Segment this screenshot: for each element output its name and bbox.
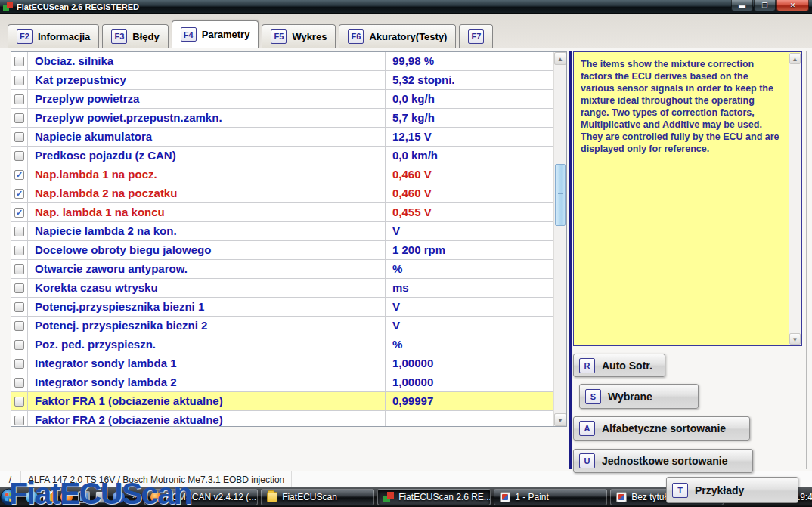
tab-parametry[interactable]: F4 Parametry <box>172 20 259 48</box>
row-checkbox[interactable]: ✓ <box>14 189 24 199</box>
jednostkowe-sortowanie-button[interactable]: U Jednostkowe sortowanie <box>573 449 753 473</box>
parameter-value: 5,7 kg/h <box>386 109 553 127</box>
restore-button[interactable]: ❐ <box>754 0 776 11</box>
row-checkbox[interactable] <box>14 246 24 255</box>
row-checkbox[interactable] <box>14 113 24 123</box>
parameter-name: Faktor FRA 1 (obciazenie aktualne) <box>28 392 386 410</box>
tab-label: Parametry <box>202 29 250 40</box>
checkbox-cell <box>11 90 28 108</box>
checkbox-cell <box>11 241 28 259</box>
table-row[interactable]: Przeplyw powietrza 0,0 kg/h <box>11 90 553 109</box>
row-checkbox[interactable] <box>14 359 24 369</box>
checkbox-cell <box>11 411 28 427</box>
row-checkbox[interactable] <box>14 76 24 85</box>
row-checkbox[interactable] <box>14 416 24 425</box>
table-row[interactable]: Obciaz. silnika 99,98 % <box>11 52 553 71</box>
info-scrollbar[interactable]: ▲ ▼ <box>789 53 801 345</box>
parameter-value: 1,00000 <box>386 373 553 391</box>
row-checkbox[interactable] <box>14 283 24 293</box>
row-checkbox[interactable] <box>14 378 24 388</box>
parameter-name: Nap.lambda 1 na pocz. <box>28 165 386 184</box>
table-row[interactable]: Potencj.przyspiesznika biezni 1 V <box>11 298 553 317</box>
app-icon <box>3 2 13 11</box>
taskbar-button[interactable]: FiatECUScan <box>261 489 374 505</box>
table-row[interactable]: Integrator sondy lambda 1 1,00000 <box>11 354 553 373</box>
row-checkbox[interactable] <box>14 340 24 350</box>
minimize-button[interactable]: ▬ <box>731 0 753 11</box>
alfabetyczne-sortowanie-button[interactable]: A Alfabetyczne sortowanie <box>573 416 750 441</box>
parameter-name: Potencj. przyspiesznika biezni 2 <box>28 317 386 335</box>
row-checkbox[interactable] <box>14 321 24 331</box>
fkey-badge: F2 <box>17 29 33 44</box>
tab-bledy[interactable]: F3 Błędy <box>102 24 168 48</box>
tab-label: Informacjia <box>38 31 90 42</box>
table-row[interactable]: Napiecie lambda 2 na kon. V <box>11 222 553 241</box>
checkbox-cell <box>11 109 28 127</box>
parameter-name: Docelowe obroty biegu jalowego <box>28 241 386 259</box>
wybrane-button[interactable]: S Wybrane <box>579 384 699 409</box>
table-row[interactable]: Faktor FRA 1 (obciazenie aktualne) 0,999… <box>11 392 553 411</box>
checkbox-cell <box>11 52 28 70</box>
fkey-badge: F6 <box>348 29 364 44</box>
table-row[interactable]: Otwarcie zaworu antyparow. % <box>11 260 553 279</box>
row-checkbox[interactable] <box>14 151 24 161</box>
table-row[interactable]: ✓ Nap.lambda 2 na poczatku 0,460 V <box>11 184 553 203</box>
table-row[interactable]: Potencj. przyspiesznika biezni 2 V <box>11 317 553 335</box>
taskbar-button[interactable]: 1 - Paint <box>494 489 607 505</box>
parameter-info-box: The items show the mixture correction fa… <box>573 51 802 346</box>
tab-wykres[interactable]: F5 Wykres <box>262 24 336 48</box>
scroll-up-icon[interactable]: ▲ <box>554 52 566 65</box>
table-row[interactable]: ✓ Nap. lambda 1 na koncu 0,455 V <box>11 203 553 222</box>
tab-f7[interactable]: F7 <box>459 24 493 48</box>
tab-akuratory[interactable]: F6 Akuratory(Testy) <box>339 24 456 48</box>
scroll-down-icon[interactable]: ▼ <box>789 333 801 345</box>
tab-label: Błędy <box>132 31 159 42</box>
scrollbar-thumb[interactable] <box>555 164 566 226</box>
table-row[interactable]: Integrator sondy lambda 2 1,00000 <box>11 373 553 392</box>
fkey-badge: U <box>579 453 595 468</box>
row-checkbox[interactable] <box>14 132 24 142</box>
scroll-up-icon[interactable]: ▲ <box>789 53 801 64</box>
parameter-value: 12,15 V <box>386 128 553 146</box>
parameter-value: 0,455 V <box>386 203 553 221</box>
parameter-name: Napiecie akumulatora <box>28 128 386 146</box>
taskbar-button-label: FiatECUScan 2.6 RE... <box>398 492 491 502</box>
checkbox-cell <box>11 335 28 354</box>
table-row[interactable]: Napiecie akumulatora 12,15 V <box>11 128 553 147</box>
parameter-value: 1,00000 <box>386 354 553 373</box>
table-row[interactable]: Korekta czasu wtrysku ms <box>11 279 553 298</box>
table-row[interactable]: Przeplyw powiet.przepustn.zamkn. 5,7 kg/… <box>11 109 553 128</box>
table-row[interactable]: Faktor FRA 2 (obciazenie aktualne) <box>11 411 553 427</box>
table-row[interactable]: Kat przepustnicy 5,32 stopni. <box>11 71 553 90</box>
scroll-down-icon[interactable]: ▼ <box>554 413 566 426</box>
checkbox-cell <box>11 147 28 165</box>
row-checkbox[interactable] <box>14 57 24 66</box>
fkey-badge: F3 <box>111 29 127 44</box>
table-scrollbar[interactable]: ▲ ▼ <box>553 52 566 426</box>
row-checkbox[interactable]: ✓ <box>14 208 24 218</box>
table-row[interactable]: ✓ Nap.lambda 1 na pocz. 0,460 V <box>11 165 553 184</box>
auto-sort-button[interactable]: R Auto Sotr. <box>573 354 665 377</box>
table-row[interactable]: Predkosc pojazdu (z CAN) 0,0 km/h <box>11 147 553 165</box>
taskbar-button-label: FiatECUScan <box>282 492 337 502</box>
row-checkbox[interactable] <box>14 302 24 312</box>
parameter-name: Faktor FRA 2 (obciazenie aktualne) <box>28 411 386 427</box>
table-row[interactable]: Poz. ped. przyspieszn. % <box>11 335 553 354</box>
tab-informacjia[interactable]: F2 Informacjia <box>8 24 99 48</box>
parameter-name: Integrator sondy lambda 2 <box>28 373 386 391</box>
checkbox-cell <box>11 260 28 278</box>
taskbar-button-icon <box>500 492 510 502</box>
title-bar: FiatECUScan 2.6 REGISTERED ▬ ❐ ✕ <box>0 0 812 14</box>
row-checkbox[interactable] <box>14 94 24 104</box>
row-checkbox[interactable]: ✓ <box>14 170 24 180</box>
parameter-name: Przeplyw powiet.przepustn.zamkn. <box>28 109 386 127</box>
screen: FiatECUScan 2.6 REGISTERED ▬ ❐ ✕ F2 Info… <box>0 0 812 507</box>
row-checkbox[interactable] <box>14 227 24 236</box>
table-row[interactable]: Docelowe obroty biegu jalowego 1 200 rpm <box>11 241 553 260</box>
row-checkbox[interactable] <box>14 397 24 407</box>
close-button[interactable]: ✕ <box>776 0 809 11</box>
row-checkbox[interactable] <box>14 264 24 274</box>
parameter-table-rows: Obciaz. silnika 99,98 % Kat przepustnicy… <box>11 52 553 427</box>
taskbar-button[interactable]: FiatECUScan 2.6 RE... <box>377 489 491 505</box>
przyklady-button[interactable]: T Przykłady <box>666 477 798 503</box>
